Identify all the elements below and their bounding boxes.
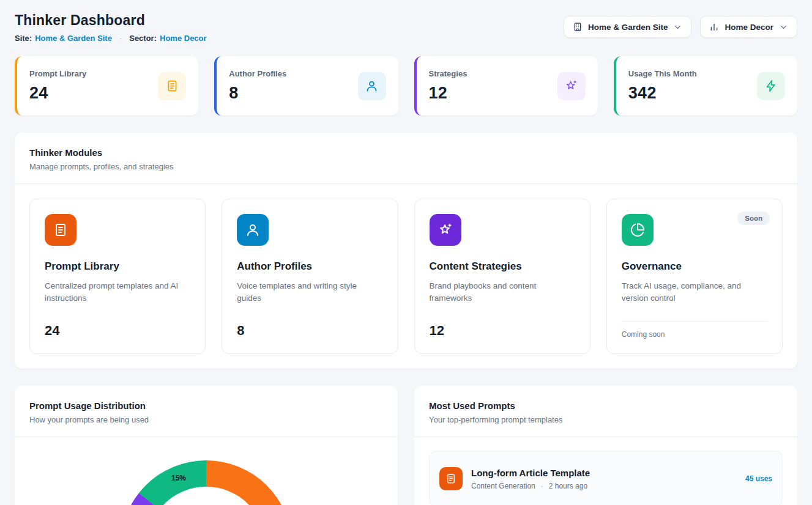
sector-label: Sector: xyxy=(129,34,157,43)
prompt-usage-distribution-card: Prompt Usage Distribution How your promp… xyxy=(15,386,398,505)
module-title: Content Strategies xyxy=(430,260,575,273)
donut-ring: 15% xyxy=(121,460,292,505)
module-card-prompt-library[interactable]: Prompt Library Centralized prompt templa… xyxy=(29,199,206,354)
separator-dot: · xyxy=(541,482,543,490)
stat-card-usage: Usage This Month 342 xyxy=(614,56,797,116)
usage-distribution-header: Prompt Usage Distribution How your promp… xyxy=(15,386,398,437)
module-count: 24 xyxy=(45,323,190,339)
stat-value: 8 xyxy=(229,84,286,103)
sector-selector-dropdown[interactable]: Home Decor xyxy=(700,16,797,38)
stat-value: 24 xyxy=(29,84,86,103)
module-title: Author Profiles xyxy=(237,260,382,273)
stat-label: Strategies xyxy=(429,69,467,78)
module-card-content-strategies[interactable]: Content Strategies Brand playbooks and c… xyxy=(414,199,590,354)
header-selectors: Home & Garden Site Home Decor xyxy=(564,16,797,38)
user-icon xyxy=(237,214,269,246)
modules-header: Thinker Modules Manage prompts, profiles… xyxy=(15,133,797,184)
document-icon xyxy=(45,214,76,246)
stats-row: Prompt Library 24 Author Profiles 8 Stra… xyxy=(15,56,797,116)
site-label: Site: xyxy=(15,34,32,43)
module-description: Brand playbooks and content frameworks xyxy=(430,280,575,305)
prompt-item-uses-badge: 45 uses xyxy=(745,474,772,483)
thinker-modules-panel: Thinker Modules Manage prompts, profiles… xyxy=(15,133,797,369)
module-count: 12 xyxy=(430,323,575,339)
document-icon xyxy=(158,72,186,100)
stat-label: Author Profiles xyxy=(229,69,286,78)
site-selector-dropdown[interactable]: Home & Garden Site xyxy=(564,16,692,38)
bar-chart-icon xyxy=(709,22,719,32)
module-description: Track AI usage, compliance, and version … xyxy=(622,280,767,305)
stat-text: Prompt Library 24 xyxy=(29,69,86,103)
stat-value: 342 xyxy=(628,84,697,103)
pie-chart-icon xyxy=(622,214,654,246)
prompt-item-time: 2 hours ago xyxy=(549,482,587,490)
module-description: Centralized prompt templates and AI inst… xyxy=(45,280,190,305)
sector-selector-label: Home Decor xyxy=(724,23,773,32)
topbar: Thinker Dashboard Site: Home & Garden Si… xyxy=(15,12,797,43)
stat-text: Usage This Month 342 xyxy=(628,69,697,103)
coming-soon-text: Coming soon xyxy=(622,321,767,339)
modules-grid: Prompt Library Centralized prompt templa… xyxy=(15,184,797,369)
stat-value: 12 xyxy=(429,84,467,103)
usage-distribution-subtitle: How your prompts are being used xyxy=(29,415,383,424)
header-left: Thinker Dashboard Site: Home & Garden Si… xyxy=(15,12,207,43)
site-sector-line: Site: Home & Garden Site · Sector: Home … xyxy=(15,34,207,43)
modules-title: Thinker Modules xyxy=(29,147,783,158)
document-icon xyxy=(439,467,463,490)
prompt-item-meta: Content Generation · 2 hours ago xyxy=(471,482,590,490)
prompt-item-category: Content Generation xyxy=(471,482,535,490)
stat-text: Author Profiles 8 xyxy=(229,69,286,103)
stat-card-prompt-library: Prompt Library 24 xyxy=(15,56,198,116)
bottom-row: Prompt Usage Distribution How your promp… xyxy=(15,386,797,505)
module-title: Governance xyxy=(622,260,767,273)
prompt-list-item[interactable]: Long-form Article Template Content Gener… xyxy=(429,451,783,505)
sparkle-star-icon xyxy=(557,72,586,100)
prompt-item-text: Long-form Article Template Content Gener… xyxy=(471,468,590,490)
module-title: Prompt Library xyxy=(45,260,190,273)
module-card-governance[interactable]: Soon Governance Track AI usage, complian… xyxy=(606,199,783,354)
module-description: Voice templates and writing style guides xyxy=(237,280,382,305)
usage-distribution-title: Prompt Usage Distribution xyxy=(29,400,383,411)
modules-subtitle: Manage prompts, profiles, and strategies xyxy=(29,162,783,171)
stat-card-strategies: Strategies 12 xyxy=(414,56,598,116)
separator-dot: · xyxy=(119,34,122,43)
site-selector-label: Home & Garden Site xyxy=(588,23,668,32)
most-used-subtitle: Your top-performing prompt templates xyxy=(429,415,783,424)
module-card-author-profiles[interactable]: Author Profiles Voice templates and writ… xyxy=(222,199,398,354)
soon-badge: Soon xyxy=(737,212,770,225)
building-icon xyxy=(573,22,583,32)
most-used-title: Most Used Prompts xyxy=(429,400,783,411)
most-used-prompts-card: Most Used Prompts Your top-performing pr… xyxy=(414,386,797,505)
stat-text: Strategies 12 xyxy=(429,69,467,103)
most-used-header: Most Used Prompts Your top-performing pr… xyxy=(414,386,797,437)
dashboard-page: Thinker Dashboard Site: Home & Garden Si… xyxy=(0,0,812,505)
chevron-down-icon xyxy=(779,23,788,32)
most-used-list: Long-form Article Template Content Gener… xyxy=(414,437,797,505)
prompt-item-title: Long-form Article Template xyxy=(471,468,590,478)
chevron-down-icon xyxy=(673,23,682,32)
site-link[interactable]: Home & Garden Site xyxy=(35,34,112,43)
lightning-icon xyxy=(757,72,785,100)
page-title: Thinker Dashboard xyxy=(15,12,207,29)
module-count: 8 xyxy=(237,323,382,339)
sector-link[interactable]: Home Decor xyxy=(160,34,207,43)
slice-label: 15% xyxy=(171,474,186,482)
stat-label: Usage This Month xyxy=(628,69,697,78)
sparkle-star-icon xyxy=(430,214,461,246)
stat-card-author-profiles: Author Profiles 8 xyxy=(214,56,398,116)
stat-label: Prompt Library xyxy=(29,69,86,78)
user-icon xyxy=(358,72,386,100)
donut-chart: 15% xyxy=(15,437,398,505)
